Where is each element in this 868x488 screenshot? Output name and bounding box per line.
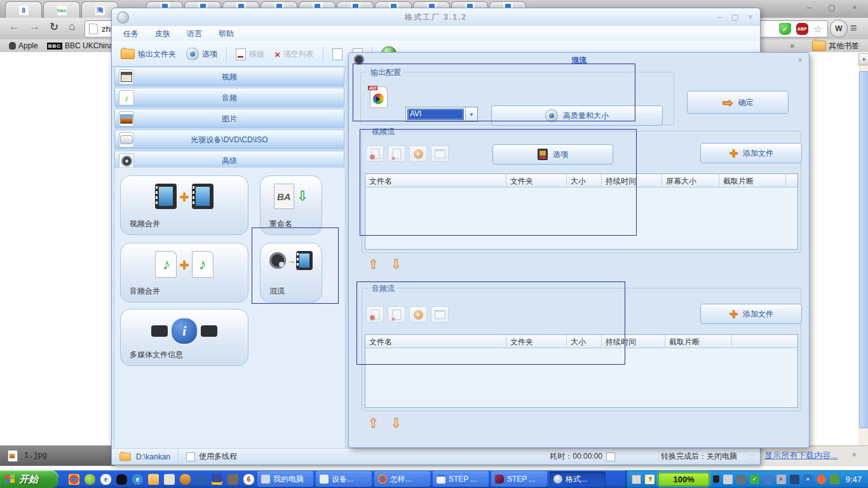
- ql-360-icon[interactable]: [85, 474, 95, 485]
- output-path[interactable]: D:\kankan: [136, 452, 170, 461]
- format-select[interactable]: AVI ▼: [405, 107, 478, 122]
- wireless-icon[interactable]: »: [803, 475, 813, 484]
- back-icon[interactable]: ←: [9, 20, 20, 33]
- dialog-close-icon[interactable]: ×: [797, 55, 803, 65]
- ql-folder-icon[interactable]: [148, 474, 159, 485]
- video-join-card[interactable]: + 视频合并: [120, 175, 248, 235]
- clear-list-button[interactable]: ×清空列表: [269, 46, 319, 62]
- video-file-table[interactable]: 文件名 文件夹 大小 持续时间 屏幕大小 截取片断: [365, 173, 798, 250]
- refresh-icon[interactable]: ↻: [50, 20, 58, 34]
- col-filename[interactable]: 文件名: [365, 174, 506, 187]
- output-folder-button[interactable]: 输出文件夹: [116, 46, 181, 62]
- tab-hao[interactable]: hao: [43, 1, 80, 18]
- multithread-checkbox[interactable]: [186, 452, 195, 461]
- task-step-book[interactable]: STEP ...: [491, 471, 547, 487]
- audio-join-card[interactable]: ♪+♪ 音频合并: [120, 243, 248, 302]
- mux-card[interactable]: → 混流: [260, 243, 322, 302]
- home-icon[interactable]: ⌂: [69, 20, 75, 33]
- security-ok-icon[interactable]: ✓: [750, 475, 759, 484]
- col-size[interactable]: 大小: [567, 174, 602, 187]
- media-info-card[interactable]: i 多媒体文件信息: [120, 309, 248, 366]
- video-properties-button[interactable]: [431, 146, 449, 162]
- audio-remove-file-button[interactable]: [366, 306, 384, 323]
- task-device[interactable]: 设备...: [316, 471, 372, 487]
- menu-skin[interactable]: 皮肤: [155, 29, 170, 39]
- ff-minimize-button[interactable]: –: [713, 13, 727, 22]
- task-how-to[interactable]: 怎样...: [374, 471, 430, 487]
- ok-button[interactable]: ⇨ 确定: [687, 91, 789, 114]
- menu-help[interactable]: 帮助: [219, 29, 234, 39]
- forward-icon[interactable]: →: [29, 20, 40, 33]
- browser-restore-button[interactable]: ▢: [821, 1, 843, 14]
- video-move-down-button[interactable]: ⇩: [391, 256, 402, 271]
- col-folder[interactable]: 文件夹: [506, 335, 567, 348]
- input-help-icon[interactable]: ?: [645, 475, 654, 484]
- usb-icon[interactable]: [830, 475, 839, 484]
- safe-shield-icon[interactable]: ✓: [779, 23, 791, 35]
- adblock-icon[interactable]: ABP: [796, 23, 808, 35]
- tab-google[interactable]: 8: [5, 1, 42, 18]
- audio-move-down-button[interactable]: ⇩: [391, 415, 402, 430]
- start-button[interactable]: 开始: [0, 470, 58, 488]
- download-item-label[interactable]: 1.jpg: [24, 451, 47, 460]
- ql-chrome-icon[interactable]: [69, 474, 79, 485]
- task-step-window[interactable]: STEP ...: [433, 471, 489, 487]
- browser-minimize-button[interactable]: –: [798, 1, 820, 14]
- hidden-toolbar-button[interactable]: [327, 46, 348, 63]
- rename-card[interactable]: BA⇩ 重命名: [260, 175, 322, 235]
- remove-button[interactable]: 移除: [231, 46, 269, 63]
- tool-icon[interactable]: [736, 475, 746, 484]
- browser-close-button[interactable]: ×: [844, 1, 865, 14]
- col-clip[interactable]: 截取片断: [665, 335, 732, 348]
- category-video[interactable]: 视频: [114, 67, 344, 86]
- video-delete-button[interactable]: [388, 146, 405, 162]
- blocked-icon[interactable]: [817, 475, 826, 484]
- video-add-file-button[interactable]: + 添加文件: [700, 143, 802, 163]
- sync-icon[interactable]: [763, 475, 773, 484]
- display-settings-icon[interactable]: [723, 475, 733, 484]
- shutdown-checkbox[interactable]: [606, 452, 615, 461]
- page-scrollbar[interactable]: ▲: [858, 53, 868, 445]
- ff-maximize-button[interactable]: ▢: [728, 13, 742, 22]
- bookmark-star-icon[interactable]: ☆: [813, 23, 822, 35]
- video-remove-file-button[interactable]: [366, 146, 384, 162]
- audio-move-up-button[interactable]: ⇧: [368, 415, 379, 430]
- quality-button[interactable]: 高质量和大小: [491, 105, 663, 126]
- audio-delete-button[interactable]: [388, 306, 405, 323]
- ql-player-icon[interactable]: [180, 474, 191, 485]
- menu-language[interactable]: 语言: [187, 29, 202, 39]
- audio-properties-button[interactable]: [431, 306, 449, 323]
- category-picture[interactable]: 图片: [114, 109, 344, 128]
- col-filename[interactable]: 文件名: [365, 335, 506, 348]
- menu-task[interactable]: 任务: [123, 29, 139, 39]
- col-duration[interactable]: 持续时间: [602, 174, 662, 187]
- scroll-thumb[interactable]: [859, 71, 868, 428]
- bookmarks-overflow-icon[interactable]: »: [790, 41, 794, 50]
- shelf-close-icon[interactable]: ×: [851, 450, 857, 459]
- keyboard-icon[interactable]: [632, 475, 641, 484]
- ql-qq-icon[interactable]: [116, 474, 127, 485]
- show-all-downloads-link[interactable]: 显示所有下载内容...: [764, 450, 837, 461]
- col-size[interactable]: 大小: [567, 335, 602, 348]
- task-format-factory[interactable]: 格式...: [550, 471, 606, 487]
- ql-browser-icon[interactable]: e: [132, 474, 143, 485]
- ql-tv-icon[interactable]: [212, 474, 222, 485]
- resize-grip[interactable]: .::: [748, 453, 755, 460]
- category-audio[interactable]: ♪音频: [114, 88, 344, 107]
- video-move-up-button[interactable]: ⇧: [368, 256, 379, 271]
- video-options-button[interactable]: 选项: [492, 144, 613, 165]
- bookmark-bbc[interactable]: BBCBBC UKChina -: [47, 41, 118, 50]
- col-screen-size[interactable]: 屏幕大小: [662, 174, 719, 187]
- audio-add-file-button[interactable]: + 添加文件: [700, 304, 802, 324]
- col-folder[interactable]: 文件夹: [506, 174, 567, 187]
- ff-close-button[interactable]: ×: [743, 13, 757, 22]
- bookmark-apple[interactable]: Apple: [9, 41, 38, 50]
- ql-doc-icon[interactable]: [196, 474, 207, 485]
- video-play-button[interactable]: [409, 146, 427, 162]
- battery-indicator[interactable]: 100%: [658, 473, 709, 486]
- col-duration[interactable]: 持续时间: [602, 335, 665, 348]
- audio-file-table[interactable]: 文件名 文件夹 大小 持续时间 截取片断: [365, 334, 798, 408]
- dual-monitor-icon[interactable]: [790, 475, 799, 484]
- other-bookmarks-button[interactable]: 其他书签: [812, 41, 859, 51]
- col-clip[interactable]: 截取片断: [719, 174, 786, 187]
